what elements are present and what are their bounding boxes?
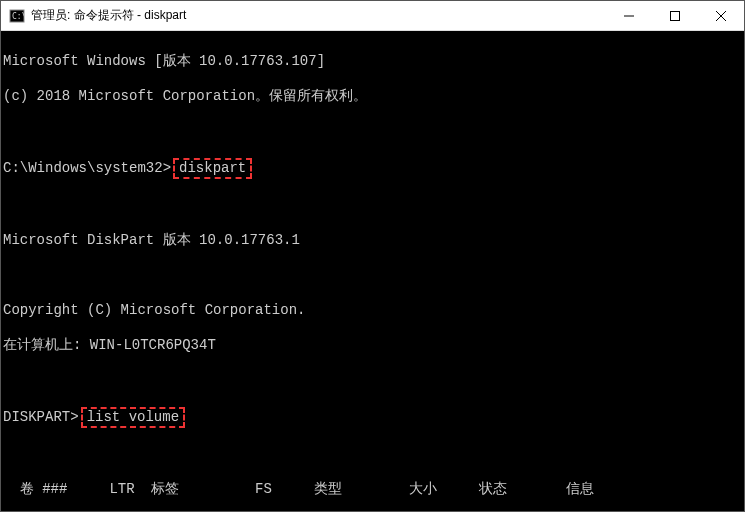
prompt-text: C:\Windows\system32> [3, 160, 171, 176]
minimize-button[interactable] [606, 1, 652, 30]
close-button[interactable] [698, 1, 744, 30]
copyright-line: (c) 2018 Microsoft Corporation。保留所有权利。 [3, 88, 742, 106]
terminal-area[interactable]: Microsoft Windows [版本 10.0.17763.107] (c… [1, 31, 744, 512]
svg-rect-3 [671, 11, 680, 20]
window-controls [606, 1, 744, 30]
cmd-icon: C:\ [9, 8, 25, 24]
computer-line: 在计算机上: WIN-L0TCR6PQ34T [3, 337, 742, 355]
copyright-line: Copyright (C) Microsoft Corporation. [3, 302, 742, 320]
blank-line [3, 197, 742, 215]
blank-line [3, 123, 742, 141]
table-header: 卷 ### LTR 标签 FS 类型 大小 状态 信息 [3, 481, 742, 499]
diskpart-banner: Microsoft DiskPart 版本 10.0.17763.1 [3, 232, 742, 250]
blank-line [3, 267, 742, 285]
prompt-line: C:\Windows\system32>diskpart [3, 158, 742, 180]
maximize-button[interactable] [652, 1, 698, 30]
cmd-highlight: list volume [81, 407, 185, 429]
blank-line [3, 446, 742, 464]
titlebar: C:\ 管理员: 命令提示符 - diskpart [1, 1, 744, 31]
prompt-line: DISKPART>list volume [3, 407, 742, 429]
svg-text:C:\: C:\ [12, 12, 25, 21]
banner-line: Microsoft Windows [版本 10.0.17763.107] [3, 53, 742, 71]
blank-line [3, 372, 742, 390]
cmd-highlight: diskpart [173, 158, 252, 180]
window-title: 管理员: 命令提示符 - diskpart [31, 7, 606, 24]
prompt-text: DISKPART> [3, 409, 79, 425]
